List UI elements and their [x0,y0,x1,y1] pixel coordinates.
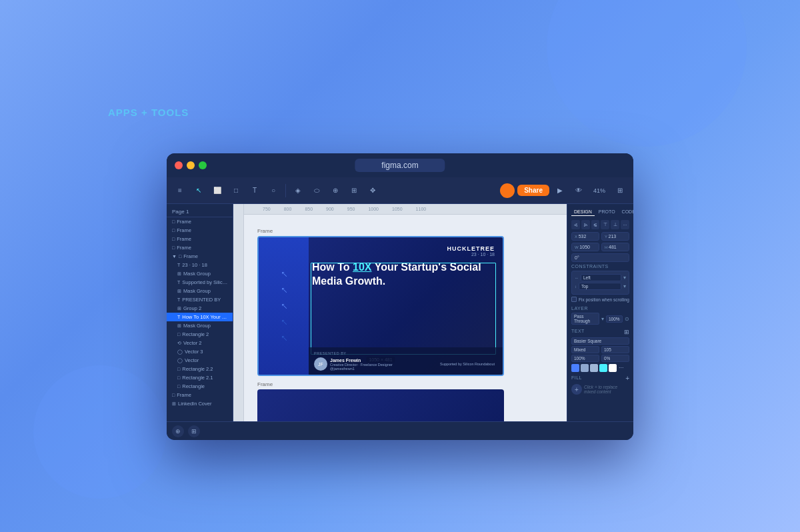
align-right-icon[interactable]: ⫹ [591,220,600,229]
layer-item[interactable]: ⊞ Mask Group [167,321,233,330]
layer-item[interactable]: □ Rectangle [167,382,233,391]
layer-item[interactable]: ⊞ Group 2 [167,304,233,313]
slide-brand: HUCKLETREE 23 · 10 · 18 [447,245,495,257]
rect-tool[interactable]: □ [228,183,244,199]
layer-item[interactable]: ◯ Vector 3 [167,347,233,356]
comment-tool[interactable]: ○ [265,183,281,199]
align-left-icon[interactable]: ⫷ [571,220,580,229]
menu-icon[interactable]: ≡ [172,183,188,199]
layer-item[interactable]: ⊞ Mask Group [167,269,233,278]
fix-scroll-checkbox[interactable] [571,297,577,302]
presenter-avatar: JF [314,357,327,371]
layer-text-icon: T [177,297,180,302]
share-button[interactable]: Share [517,185,549,196]
frame-tool[interactable]: ⬜ [209,183,225,199]
more-colors-icon[interactable]: ··· [619,364,624,372]
color-swatch-white[interactable] [609,364,617,372]
layer-expand-icon: ▼ [172,254,177,259]
layer-item[interactable]: □ Rectangle 2 [167,330,233,339]
browser-chrome: figma.com [167,153,633,177]
y-field[interactable]: Y 213 [601,232,629,241]
layer-item[interactable]: T 23 · 10 · 18 [167,261,233,269]
layer-item[interactable]: □ Frame [167,235,233,243]
text-tool[interactable]: T [247,183,263,199]
layer-frame-icon: □ [172,228,175,233]
align-middle-icon[interactable]: ⊥ [611,220,619,229]
color-swatch-cyan[interactable] [599,364,607,372]
opacity-field[interactable]: 100% [606,315,623,323]
move-tool[interactable]: ✥ [365,183,381,199]
grid-tool[interactable]: ⊞ [346,183,362,199]
color-swatch-blue[interactable] [571,364,579,372]
constraints-section: CONSTRAINTS ↔ Left ▾ ↕ Top ▾ Fix pos [571,264,629,302]
tab-code[interactable]: CODE [619,208,633,216]
more-align-icon[interactable]: ··· [621,220,629,229]
zoom-level[interactable]: 41% [589,186,609,195]
letter-spacing-field[interactable]: 0% [601,355,629,362]
layer-item[interactable]: □ Frame [167,391,233,399]
layer-item[interactable]: □ Frame [167,243,233,252]
layer-item[interactable]: ⊞ LinkedIn Cover [167,399,233,408]
tab-design[interactable]: DESIGN [571,208,595,216]
dot-minimize[interactable] [187,161,195,169]
bottom-icon-2[interactable]: ⊞ [188,425,200,437]
layer-item[interactable]: ▼ □ Frame [167,252,233,261]
bottom-icon-1[interactable]: ⊕ [172,425,184,437]
layer-group-icon: ⊞ [172,401,176,407]
layer-item[interactable]: □ Rectangle 2.2 [167,365,233,373]
color-swatches-row: ··· [571,364,629,372]
fill-add-circle[interactable]: + [571,384,582,395]
eye-icon[interactable]: 👁 [571,183,587,199]
more-icon[interactable]: ⊞ [612,183,628,199]
extra-tool[interactable]: ⊕ [327,183,343,199]
tab-prototype[interactable]: PROTO [596,208,618,216]
font-select[interactable]: Basier Square [571,337,629,345]
layer-item[interactable]: ◯ Vector [167,356,233,365]
slide-headline: How To 10X Your Startup's Social Media G… [312,261,489,289]
presenter-label: PRESENTED BY [314,351,497,355]
slide-card-1[interactable]: ↑ ↑ ↑ ↑ ↑ HUCKLETREE 23 · 10 · 18 [257,236,504,376]
font-size-field[interactable]: 105 [601,346,629,353]
user-avatar[interactable] [500,183,515,198]
layer-item[interactable]: □ Rectangle 2.1 [167,373,233,382]
w-field[interactable]: W 1050 [571,243,599,251]
layer-item[interactable]: □ Frame [167,226,233,235]
layer-item[interactable]: T Supported by Silicon Roundab... [167,278,233,287]
layer-item-selected[interactable]: T How To 10X Your Startup's So... [167,313,233,321]
dot-maximize[interactable] [199,161,207,169]
layer-ellipse-icon: ◯ [177,349,183,355]
constraint-v-select[interactable]: Top [579,283,621,290]
rotation-field[interactable]: 0° [571,253,629,262]
layer-section: LAYER Pass Through ▾ 100% ⊙ [571,306,629,325]
layer-item[interactable]: ⟲ Vector 2 [167,339,233,347]
add-fill-icon[interactable]: + [625,375,629,382]
align-top-icon[interactable]: ⊤ [601,220,609,229]
line-height-field[interactable]: 100% [571,355,599,362]
dot-close[interactable] [175,161,183,169]
x-field[interactable]: X 532 [571,232,599,241]
slide-card-2[interactable] [257,389,504,421]
layer-item[interactable]: T PRESENTED BY [167,295,233,304]
toolbar-separator [285,184,286,197]
color-swatch-light[interactable] [590,364,598,372]
text-expand-icon[interactable]: ⊞ [624,329,629,335]
layer-item[interactable]: ⊞ Mask Group [167,287,233,295]
play-icon[interactable]: ▶ [552,183,568,199]
layer-text-icon: T [177,280,180,285]
browser-url-bar[interactable]: figma.com [355,159,445,172]
component-tool[interactable]: ◈ [290,183,306,199]
constraint-h-select[interactable]: Left [581,274,621,281]
chevron-down-icon-2: ▾ [623,283,626,289]
blend-select[interactable]: Pass Through [571,313,599,325]
fill-header: FILL + [571,375,629,382]
align-center-icon[interactable]: ⫸ [581,220,590,229]
layer-item[interactable]: □ Frame [167,217,233,226]
cursor-tool[interactable]: ↖ [191,183,207,199]
color-swatch-gray[interactable] [581,364,589,372]
mask-tool[interactable]: ⬭ [309,183,325,199]
font-style-field[interactable]: Mixed [571,346,599,353]
h-field[interactable]: H 481 [601,243,629,251]
bg-decoration-1 [547,0,747,147]
wh-row: W 1050 H 481 [571,243,629,251]
rotation-row: 0° [571,253,629,262]
